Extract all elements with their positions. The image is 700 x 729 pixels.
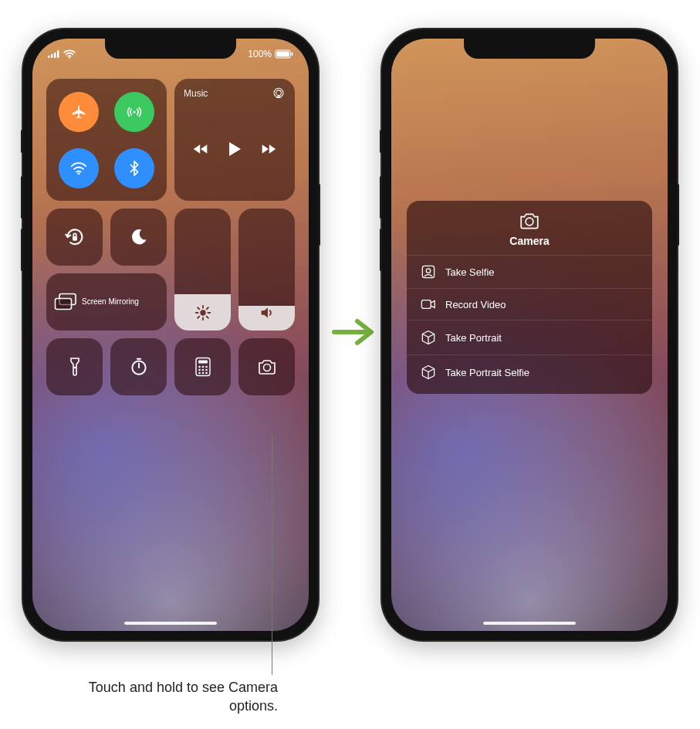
home-indicator[interactable] [483, 622, 576, 625]
cellular-signal-icon [48, 50, 60, 58]
control-center-grid: Music [46, 79, 295, 395]
camera-option-label: Take Portrait Selfie [445, 367, 529, 378]
camera-options-card: Camera Take Selfie Record Video [407, 201, 652, 394]
svg-line-18 [198, 307, 199, 309]
screen-mirroring-icon [54, 293, 77, 311]
camera-button[interactable] [238, 338, 295, 395]
svg-rect-23 [56, 299, 72, 310]
camera-option-record-video[interactable]: Record Video [407, 288, 652, 320]
screen-mirroring-button[interactable]: Screen Mirroring [46, 273, 167, 331]
cube-icon [421, 364, 436, 380]
cube-icon [421, 330, 436, 345]
battery-icon [275, 49, 293, 59]
notch [464, 39, 595, 59]
svg-point-31 [201, 366, 204, 368]
svg-point-36 [198, 372, 201, 375]
cellular-data-toggle[interactable] [114, 92, 154, 132]
svg-point-37 [201, 372, 204, 375]
svg-line-19 [206, 317, 208, 318]
svg-point-8 [133, 110, 135, 113]
volume-up-button [380, 176, 382, 219]
svg-line-20 [198, 317, 199, 318]
side-button [677, 184, 679, 246]
svg-point-32 [205, 366, 208, 368]
svg-rect-42 [422, 266, 434, 277]
svg-line-21 [206, 307, 208, 309]
flashlight-button[interactable] [46, 338, 103, 395]
wifi-toggle[interactable] [59, 148, 99, 188]
svg-rect-7 [292, 53, 293, 56]
svg-rect-3 [57, 50, 59, 58]
screen-camera-options: Camera Take Selfie Record Video [391, 39, 668, 631]
connectivity-grid [54, 86, 159, 193]
camera-options-list: Take Selfie Record Video Take Portrait [407, 255, 652, 389]
svg-rect-0 [48, 56, 50, 58]
calculator-button[interactable] [174, 338, 231, 395]
video-icon [421, 298, 436, 310]
camera-option-label: Record Video [445, 299, 506, 310]
camera-option-label: Take Portrait [445, 332, 502, 344]
svg-point-30 [198, 366, 201, 368]
phone-device-right: Camera Take Selfie Record Video [380, 28, 678, 642]
svg-point-9 [78, 172, 80, 175]
battery-percent: 100% [248, 49, 272, 59]
svg-point-33 [198, 369, 201, 371]
camera-card-title: Camera [509, 235, 549, 247]
camera-option-label: Take Selfie [445, 266, 495, 278]
svg-rect-12 [73, 236, 77, 241]
orientation-lock-toggle[interactable] [46, 209, 103, 266]
timer-button[interactable] [110, 338, 167, 395]
airplane-mode-toggle[interactable] [59, 92, 99, 132]
svg-rect-1 [51, 54, 53, 58]
brightness-icon [174, 304, 231, 321]
volume-up-button [21, 176, 23, 219]
callout-leader-line [272, 434, 272, 675]
volume-down-button [21, 229, 23, 271]
next-track-button[interactable] [261, 143, 276, 155]
airplay-icon[interactable] [272, 86, 286, 100]
svg-point-11 [276, 90, 282, 96]
callout-text: Touch and hold to see Camera options. [62, 678, 278, 716]
screen-mirroring-label: Screen Mirroring [82, 297, 139, 307]
svg-rect-44 [421, 300, 431, 309]
svg-point-38 [205, 372, 208, 375]
svg-rect-29 [198, 361, 208, 364]
svg-point-4 [69, 57, 70, 59]
mute-switch [21, 130, 23, 153]
home-indicator[interactable] [124, 622, 217, 625]
connectivity-card[interactable] [46, 79, 167, 201]
screen-control-center: 100% [32, 39, 309, 631]
phone-device-left: 100% [22, 28, 320, 642]
selfie-icon [421, 265, 436, 279]
status-bar: 100% [32, 46, 309, 62]
mute-switch [380, 130, 382, 153]
svg-point-39 [263, 364, 270, 371]
arrow-icon [331, 317, 376, 348]
brightness-slider[interactable] [174, 209, 231, 331]
previous-track-button[interactable] [193, 143, 208, 155]
side-button [318, 184, 320, 246]
svg-rect-2 [54, 53, 56, 58]
camera-option-take-portrait[interactable]: Take Portrait [407, 320, 652, 354]
bluetooth-toggle[interactable] [114, 148, 154, 188]
play-button[interactable] [228, 141, 242, 157]
camera-option-take-portrait-selfie[interactable]: Take Portrait Selfie [407, 354, 652, 389]
wifi-icon [63, 49, 76, 59]
volume-down-button [380, 229, 382, 271]
volume-slider[interactable] [238, 209, 295, 331]
camera-option-take-selfie[interactable]: Take Selfie [407, 255, 652, 288]
svg-rect-6 [276, 52, 289, 57]
svg-point-43 [426, 269, 430, 273]
camera-icon [519, 212, 540, 230]
now-playing-card[interactable]: Music [174, 79, 295, 201]
svg-point-41 [526, 218, 533, 225]
do-not-disturb-toggle[interactable] [110, 209, 167, 266]
svg-point-34 [201, 369, 204, 371]
svg-point-13 [200, 310, 205, 315]
svg-point-35 [205, 369, 208, 371]
music-source-label: Music [184, 88, 208, 99]
volume-icon [238, 304, 295, 321]
svg-point-24 [73, 367, 75, 368]
